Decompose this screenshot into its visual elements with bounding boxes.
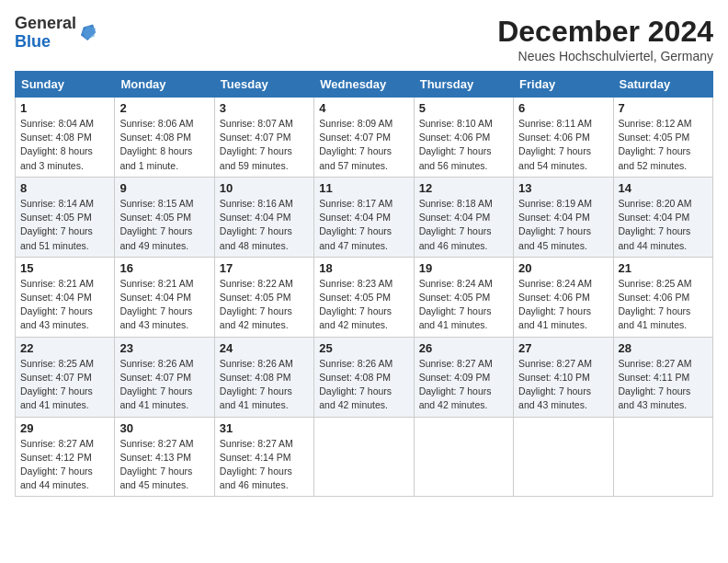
day-cell-15: 15Sunrise: 8:21 AMSunset: 4:04 PMDayligh… <box>16 257 115 337</box>
day-number: 16 <box>119 261 209 275</box>
day-cell-20: 20Sunrise: 8:24 AMSunset: 4:06 PMDayligh… <box>514 257 613 337</box>
header-wednesday: Wednesday <box>314 72 414 98</box>
week-row-4: 22Sunrise: 8:25 AMSunset: 4:07 PMDayligh… <box>16 337 713 417</box>
logo-blue: Blue <box>15 33 76 52</box>
day-detail: Sunrise: 8:04 AMSunset: 4:08 PMDaylight:… <box>20 117 109 173</box>
day-detail: Sunrise: 8:19 AMSunset: 4:04 PMDaylight:… <box>518 197 608 253</box>
day-detail: Sunrise: 8:24 AMSunset: 4:05 PMDaylight:… <box>419 277 508 333</box>
day-cell-8: 8Sunrise: 8:14 AMSunset: 4:05 PMDaylight… <box>16 177 115 257</box>
day-cell-24: 24Sunrise: 8:26 AMSunset: 4:08 PMDayligh… <box>214 337 313 417</box>
day-detail: Sunrise: 8:22 AMSunset: 4:05 PMDaylight:… <box>220 277 309 333</box>
empty-cell <box>314 417 414 497</box>
day-cell-1: 1Sunrise: 8:04 AMSunset: 4:08 PMDaylight… <box>16 98 115 178</box>
header-saturday: Saturday <box>613 72 712 98</box>
day-detail: Sunrise: 8:06 AMSunset: 4:08 PMDaylight:… <box>119 117 209 173</box>
day-detail: Sunrise: 8:15 AMSunset: 4:05 PMDaylight:… <box>119 197 209 253</box>
day-number: 20 <box>518 261 608 275</box>
day-number: 5 <box>419 101 508 115</box>
day-detail: Sunrise: 8:26 AMSunset: 4:08 PMDaylight:… <box>220 357 309 413</box>
day-detail: Sunrise: 8:27 AMSunset: 4:12 PMDaylight:… <box>20 437 109 493</box>
day-cell-26: 26Sunrise: 8:27 AMSunset: 4:09 PMDayligh… <box>414 337 513 417</box>
day-number: 9 <box>119 181 209 195</box>
day-cell-7: 7Sunrise: 8:12 AMSunset: 4:05 PMDaylight… <box>613 98 712 178</box>
day-number: 23 <box>119 341 209 355</box>
calendar-title: December 2024 <box>497 15 713 49</box>
header-row: SundayMondayTuesdayWednesdayThursdayFrid… <box>16 72 713 98</box>
calendar-table: SundayMondayTuesdayWednesdayThursdayFrid… <box>15 71 713 497</box>
day-detail: Sunrise: 8:17 AMSunset: 4:04 PMDaylight:… <box>319 197 408 253</box>
day-detail: Sunrise: 8:20 AMSunset: 4:04 PMDaylight:… <box>619 197 708 253</box>
day-number: 21 <box>619 261 708 275</box>
day-cell-10: 10Sunrise: 8:16 AMSunset: 4:04 PMDayligh… <box>214 177 313 257</box>
day-detail: Sunrise: 8:27 AMSunset: 4:09 PMDaylight:… <box>419 357 508 413</box>
page-header: General Blue December 2024 Neues Hochsch… <box>15 15 713 63</box>
day-cell-4: 4Sunrise: 8:09 AMSunset: 4:07 PMDaylight… <box>314 98 414 178</box>
day-number: 18 <box>319 261 408 275</box>
day-cell-21: 21Sunrise: 8:25 AMSunset: 4:06 PMDayligh… <box>613 257 712 337</box>
day-cell-23: 23Sunrise: 8:26 AMSunset: 4:07 PMDayligh… <box>115 337 214 417</box>
day-number: 17 <box>220 261 309 275</box>
day-detail: Sunrise: 8:07 AMSunset: 4:07 PMDaylight:… <box>220 117 309 173</box>
day-number: 27 <box>518 341 608 355</box>
day-number: 25 <box>319 341 408 355</box>
day-detail: Sunrise: 8:27 AMSunset: 4:11 PMDaylight:… <box>619 357 708 413</box>
day-number: 7 <box>619 101 708 115</box>
day-number: 11 <box>319 181 408 195</box>
day-number: 26 <box>419 341 508 355</box>
day-detail: Sunrise: 8:10 AMSunset: 4:06 PMDaylight:… <box>419 117 508 173</box>
day-detail: Sunrise: 8:27 AMSunset: 4:10 PMDaylight:… <box>518 357 608 413</box>
day-number: 30 <box>119 421 209 435</box>
logo: General Blue <box>15 15 98 52</box>
week-row-3: 15Sunrise: 8:21 AMSunset: 4:04 PMDayligh… <box>16 257 713 337</box>
day-cell-3: 3Sunrise: 8:07 AMSunset: 4:07 PMDaylight… <box>214 98 313 178</box>
week-row-5: 29Sunrise: 8:27 AMSunset: 4:12 PMDayligh… <box>16 417 713 497</box>
day-detail: Sunrise: 8:21 AMSunset: 4:04 PMDaylight:… <box>20 277 109 333</box>
day-cell-22: 22Sunrise: 8:25 AMSunset: 4:07 PMDayligh… <box>16 337 115 417</box>
logo-general: General <box>15 15 76 33</box>
day-detail: Sunrise: 8:18 AMSunset: 4:04 PMDaylight:… <box>419 197 508 253</box>
day-detail: Sunrise: 8:11 AMSunset: 4:06 PMDaylight:… <box>518 117 608 173</box>
day-number: 14 <box>619 181 708 195</box>
day-cell-11: 11Sunrise: 8:17 AMSunset: 4:04 PMDayligh… <box>314 177 414 257</box>
day-number: 1 <box>20 101 109 115</box>
day-cell-5: 5Sunrise: 8:10 AMSunset: 4:06 PMDaylight… <box>414 98 513 178</box>
week-row-2: 8Sunrise: 8:14 AMSunset: 4:05 PMDaylight… <box>16 177 713 257</box>
day-cell-9: 9Sunrise: 8:15 AMSunset: 4:05 PMDaylight… <box>115 177 214 257</box>
day-detail: Sunrise: 8:27 AMSunset: 4:13 PMDaylight:… <box>119 437 209 493</box>
day-cell-14: 14Sunrise: 8:20 AMSunset: 4:04 PMDayligh… <box>613 177 712 257</box>
day-number: 2 <box>119 101 209 115</box>
day-number: 12 <box>419 181 508 195</box>
day-cell-30: 30Sunrise: 8:27 AMSunset: 4:13 PMDayligh… <box>115 417 214 497</box>
header-friday: Friday <box>514 72 613 98</box>
day-cell-18: 18Sunrise: 8:23 AMSunset: 4:05 PMDayligh… <box>314 257 414 337</box>
day-cell-27: 27Sunrise: 8:27 AMSunset: 4:10 PMDayligh… <box>514 337 613 417</box>
day-number: 3 <box>220 101 309 115</box>
logo-icon <box>78 23 98 43</box>
day-number: 24 <box>220 341 309 355</box>
header-sunday: Sunday <box>16 72 115 98</box>
day-detail: Sunrise: 8:21 AMSunset: 4:04 PMDaylight:… <box>119 277 209 333</box>
day-cell-16: 16Sunrise: 8:21 AMSunset: 4:04 PMDayligh… <box>115 257 214 337</box>
day-detail: Sunrise: 8:23 AMSunset: 4:05 PMDaylight:… <box>319 277 408 333</box>
day-number: 6 <box>518 101 608 115</box>
day-number: 28 <box>619 341 708 355</box>
day-detail: Sunrise: 8:24 AMSunset: 4:06 PMDaylight:… <box>518 277 608 333</box>
day-detail: Sunrise: 8:26 AMSunset: 4:07 PMDaylight:… <box>119 357 209 413</box>
day-cell-13: 13Sunrise: 8:19 AMSunset: 4:04 PMDayligh… <box>514 177 613 257</box>
day-number: 31 <box>220 421 309 435</box>
day-number: 15 <box>20 261 109 275</box>
day-detail: Sunrise: 8:25 AMSunset: 4:07 PMDaylight:… <box>20 357 109 413</box>
day-number: 29 <box>20 421 109 435</box>
empty-cell <box>613 417 712 497</box>
day-number: 22 <box>20 341 109 355</box>
day-number: 8 <box>20 181 109 195</box>
title-area: December 2024 Neues Hochschulviertel, Ge… <box>497 15 713 63</box>
day-detail: Sunrise: 8:09 AMSunset: 4:07 PMDaylight:… <box>319 117 408 173</box>
day-detail: Sunrise: 8:25 AMSunset: 4:06 PMDaylight:… <box>619 277 708 333</box>
day-detail: Sunrise: 8:16 AMSunset: 4:04 PMDaylight:… <box>220 197 309 253</box>
day-detail: Sunrise: 8:12 AMSunset: 4:05 PMDaylight:… <box>619 117 708 173</box>
day-cell-25: 25Sunrise: 8:26 AMSunset: 4:08 PMDayligh… <box>314 337 414 417</box>
day-number: 10 <box>220 181 309 195</box>
day-cell-12: 12Sunrise: 8:18 AMSunset: 4:04 PMDayligh… <box>414 177 513 257</box>
week-row-1: 1Sunrise: 8:04 AMSunset: 4:08 PMDaylight… <box>16 98 713 178</box>
